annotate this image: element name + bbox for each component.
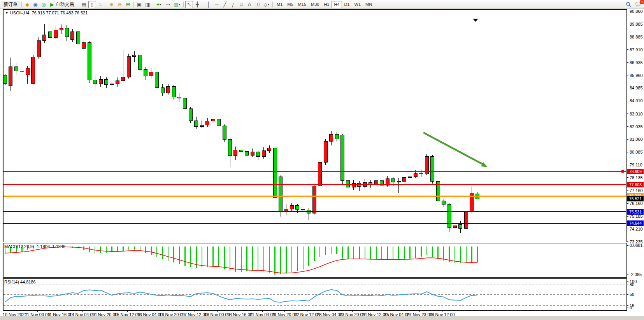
text-tool-button[interactable]: A — [246, 1, 253, 8]
toolbar-right-group: 1 — [624, 1, 643, 8]
timeframe-button-H4[interactable]: H4 — [332, 1, 342, 8]
zoom-out-button[interactable]: ⊖ — [116, 1, 124, 8]
svg-text:77.160: 77.160 — [630, 188, 643, 193]
clock-icon: ◔ — [165, 2, 168, 7]
svg-text:0.0681: 0.0681 — [630, 243, 643, 248]
rsi-indicator-label: RSI(14) 44.8186 — [4, 280, 36, 284]
template-button[interactable]: ▥▾ — [172, 1, 182, 8]
svg-text:84.985: 84.985 — [630, 86, 643, 90]
deposit-button[interactable]: ◆ — [23, 1, 31, 8]
svg-text:77.603: 77.603 — [629, 182, 642, 187]
timeframe-button-M1[interactable]: M1 — [274, 1, 285, 8]
toolbar-separator — [272, 2, 273, 7]
chart-expander-icon[interactable]: ▼ — [5, 11, 9, 15]
dropdown-arrow-icon: ▾ — [168, 3, 170, 6]
horizontal-line-icon: ─ — [215, 2, 218, 7]
autotrade-button[interactable]: ▶ 自动交易 — [48, 1, 76, 8]
signal-icon: ◎ — [41, 2, 46, 7]
cursor-tool-button[interactable]: ↖ — [185, 1, 193, 8]
timeframe-button-M5[interactable]: M5 — [285, 1, 295, 8]
trading-terminal-window: 新订单 ◆ ◉ ◎ ▶ 自动交易 ▤ ▯ ≈ ⊕ ⊖ ⊞ ▣ ◨ +▾ ◔▾ ▥… — [0, 0, 644, 320]
label-tool-button[interactable]: T — [254, 1, 261, 8]
period-button[interactable]: ◔▾ — [163, 1, 172, 8]
tile-windows-button[interactable]: ⊞ — [124, 1, 132, 8]
add-indicator-icon: + — [156, 2, 160, 7]
trendline-tool-button[interactable]: ╱ — [221, 1, 229, 8]
candlestick-chart-button[interactable]: ▯ — [88, 1, 96, 8]
window-bottom-strip — [0, 316, 644, 320]
chart-symbol-period: USOil-,H4 — [10, 10, 30, 15]
text-icon: A — [248, 2, 251, 7]
dropdown-arrow-icon: ▾ — [268, 3, 269, 6]
cycles-tool-button[interactable]: □ — [237, 1, 245, 8]
svg-text:89.885: 89.885 — [630, 22, 643, 26]
add-indicator-button[interactable]: +▾ — [155, 1, 163, 8]
accounts-icon: ◉ — [33, 2, 37, 7]
price-chart-canvas[interactable]: 78.60977.60376.72576.52175.53174.64490.8… — [0, 9, 644, 320]
profile-icon: ▣ — [137, 2, 142, 7]
profile-button[interactable]: ▣ — [135, 1, 143, 8]
timeframe-button-M30[interactable]: M30 — [309, 1, 321, 8]
cursor-icon: ↖ — [187, 2, 191, 7]
svg-text:90.860: 90.860 — [630, 9, 643, 14]
autotrade-play-icon: ▶ — [50, 2, 54, 7]
fibonacci-tool-button[interactable]: ƒ — [229, 1, 237, 8]
svg-text:80: 80 — [630, 282, 634, 287]
timeframe-button-D1[interactable]: D1 — [342, 1, 352, 8]
shapes-tool-button[interactable]: ◇▾ — [262, 1, 271, 8]
svg-text:85.960: 85.960 — [630, 73, 643, 78]
svg-text:76.521: 76.521 — [629, 196, 642, 201]
line-chart-button[interactable]: ≈ — [97, 1, 104, 8]
trendline-icon: ╱ — [223, 2, 226, 7]
toolbar-separator — [183, 2, 184, 7]
zoom-in-button[interactable]: ⊕ — [108, 1, 116, 8]
accounts-button[interactable]: ◉ — [32, 1, 39, 8]
signals-button[interactable]: ◎ — [40, 1, 47, 8]
profile-next-button[interactable]: ◨ — [144, 1, 151, 8]
svg-text:75.185: 75.185 — [630, 214, 643, 219]
zoom-in-icon: ⊕ — [109, 2, 114, 7]
candlestick-icon: ▯ — [91, 2, 93, 7]
shapes-icon: ◇ — [263, 2, 267, 7]
cycles-icon: □ — [240, 2, 243, 7]
chart-title: ▼USOil-,H4 76.913 77.071 76.483 76.521 — [5, 10, 88, 15]
timeframe-button-MN[interactable]: MN — [363, 1, 374, 8]
chart-area[interactable]: 78.60977.60376.72576.52175.53174.64490.8… — [0, 9, 644, 320]
timeframe-group: M1M5M15M30H1H4D1W1MN — [274, 1, 374, 8]
label-icon: T — [256, 2, 260, 7]
toolbar-separator — [203, 2, 203, 7]
timeframe-button-H1[interactable]: H1 — [321, 1, 332, 8]
horizontal-line-tool-button[interactable]: ─ — [213, 1, 221, 8]
notifications-button[interactable]: 1 — [633, 1, 643, 8]
svg-text:79.110: 79.110 — [630, 163, 642, 167]
search-icon — [626, 2, 631, 7]
toolbar-separator — [153, 2, 153, 7]
svg-text:82.035: 82.035 — [630, 124, 643, 129]
toolbar-separator — [133, 2, 134, 7]
timeframe-button-M15[interactable]: M15 — [296, 1, 309, 8]
toolbar-separator — [21, 2, 22, 7]
bar-chart-button[interactable]: ▤ — [80, 1, 88, 8]
new-order-button[interactable]: 新订单 — [1, 1, 20, 8]
notification-badge: 1 — [640, 0, 644, 4]
svg-text:76.160: 76.160 — [630, 201, 643, 206]
toolbar-separator — [78, 2, 78, 7]
template-icon: ▥ — [174, 2, 178, 7]
svg-text:0: 0 — [630, 305, 632, 310]
svg-text:78.609: 78.609 — [629, 169, 642, 174]
vertical-line-tool-button[interactable]: │ — [205, 1, 212, 8]
svg-text:83.010: 83.010 — [630, 112, 643, 116]
svg-text:86.935: 86.935 — [630, 60, 643, 65]
crosshair-tool-button[interactable]: ╋ — [193, 1, 201, 8]
timeframe-button-W1[interactable]: W1 — [352, 1, 363, 8]
svg-text:74.644: 74.644 — [629, 221, 642, 226]
search-button[interactable] — [624, 1, 633, 8]
svg-text:80.085: 80.085 — [630, 150, 643, 154]
svg-text:74.210: 74.210 — [630, 227, 643, 231]
autotrade-label: 自动交易 — [55, 1, 74, 8]
dropdown-arrow-icon: ▾ — [160, 3, 161, 6]
line-chart-icon: ≈ — [99, 2, 102, 7]
svg-text:50: 50 — [630, 292, 634, 297]
profile-alt-icon: ◨ — [145, 2, 150, 7]
chart-ohlc-values: 76.913 77.071 76.483 76.521 — [32, 10, 88, 15]
